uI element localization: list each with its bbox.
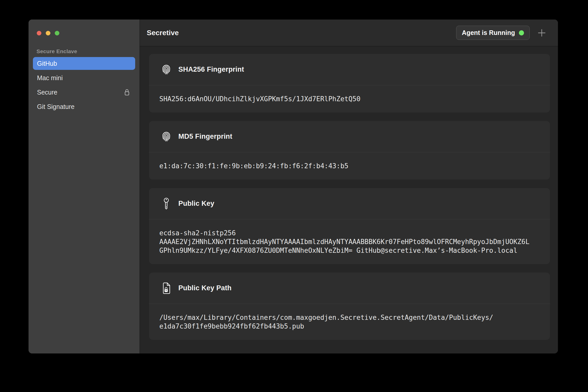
window-controls xyxy=(37,31,59,35)
card-header: SHA256 Fingerprint xyxy=(149,54,550,85)
page-title: Secretive xyxy=(147,29,448,37)
key-detail: SHA256 Fingerprint SHA256:d6AnOU/UDhcihZ… xyxy=(140,46,558,353)
sha256-fingerprint-value: SHA256:d6AnOU/UDhcihZlkjvXGPKmf5s/1JXd7E… xyxy=(159,95,530,103)
sidebar-item-secure[interactable]: Secure xyxy=(33,86,135,99)
doc-lock-icon xyxy=(160,282,172,294)
card-body: /​Users/​max/​Library/​Containers/​com.m… xyxy=(149,304,550,340)
key-icon xyxy=(160,198,172,210)
add-secret-button[interactable] xyxy=(537,29,546,37)
md5-fingerprint-card: MD5 Fingerprint e1:da:7c:30:f1:fe:9b:eb:… xyxy=(149,121,550,180)
sidebar-item-label: Mac mini xyxy=(37,74,63,82)
public-key-value: ecdsa-sha2-nistp256 AAAAE2VjZHNhLXNoYTIt… xyxy=(159,229,530,255)
fingerprint-icon xyxy=(160,131,172,143)
zoom-button[interactable] xyxy=(55,31,59,35)
card-body: ecdsa-sha2-nistp256 AAAAE2VjZHNhLXNoYTIt… xyxy=(149,219,550,264)
sidebar-section-label: Secure Enclave xyxy=(33,48,135,54)
card-title: Public Key xyxy=(178,200,214,208)
agent-running-indicator xyxy=(519,30,524,35)
sidebar-item-git-signature[interactable]: Git Signature xyxy=(33,100,135,113)
sidebar-item-github[interactable]: GitHub xyxy=(33,57,135,70)
public-key-card: Public Key ecdsa-sha2-nistp256 AAAAE2VjZ… xyxy=(149,188,550,264)
card-title: SHA256 Fingerprint xyxy=(178,66,244,73)
sidebar-item-label: GitHub xyxy=(37,60,57,67)
close-button[interactable] xyxy=(37,31,41,35)
toolbar: Secretive Agent is Running xyxy=(140,20,558,46)
minimize-button[interactable] xyxy=(46,31,50,35)
fingerprint-icon xyxy=(160,64,172,76)
card-title: MD5 Fingerprint xyxy=(178,133,232,141)
card-title: Public Key Path xyxy=(178,284,232,292)
agent-status-label: Agent is Running xyxy=(462,29,515,36)
sidebar-item-label: Secure xyxy=(37,89,57,96)
agent-status-button[interactable]: Agent is Running xyxy=(456,26,530,40)
sidebar-item-label: Git Signature xyxy=(37,103,75,110)
card-header: Public Key Path xyxy=(149,273,550,304)
card-header: MD5 Fingerprint xyxy=(149,121,550,152)
sha256-fingerprint-card: SHA256 Fingerprint SHA256:d6AnOU/UDhcihZ… xyxy=(149,54,550,113)
md5-fingerprint-value: e1:da:7c:30:f1:fe:9b:eb:b9:24:fb:f6:2f:b… xyxy=(159,162,530,170)
card-body: e1:da:7c:30:f1:fe:9b:eb:b9:24:fb:f6:2f:b… xyxy=(149,152,550,180)
main-panel: Secretive Agent is Running xyxy=(140,20,558,353)
sidebar-item-mac-mini[interactable]: Mac mini xyxy=(33,71,135,84)
public-key-path-value: /​Users/​max/​Library/​Containers/​com.m… xyxy=(159,313,530,331)
plus-icon xyxy=(537,29,546,37)
public-key-path-card: Public Key Path /​Users/​max/​Library/​C… xyxy=(149,273,550,340)
sidebar: Secure Enclave GitHub Mac mini Secure Gi… xyxy=(29,20,140,353)
card-header: Public Key xyxy=(149,188,550,219)
lock-icon xyxy=(124,88,130,96)
app-window: Secure Enclave GitHub Mac mini Secure Gi… xyxy=(29,20,558,353)
card-body: SHA256:d6AnOU/UDhcihZlkjvXGPKmf5s/1JXd7E… xyxy=(149,85,550,113)
